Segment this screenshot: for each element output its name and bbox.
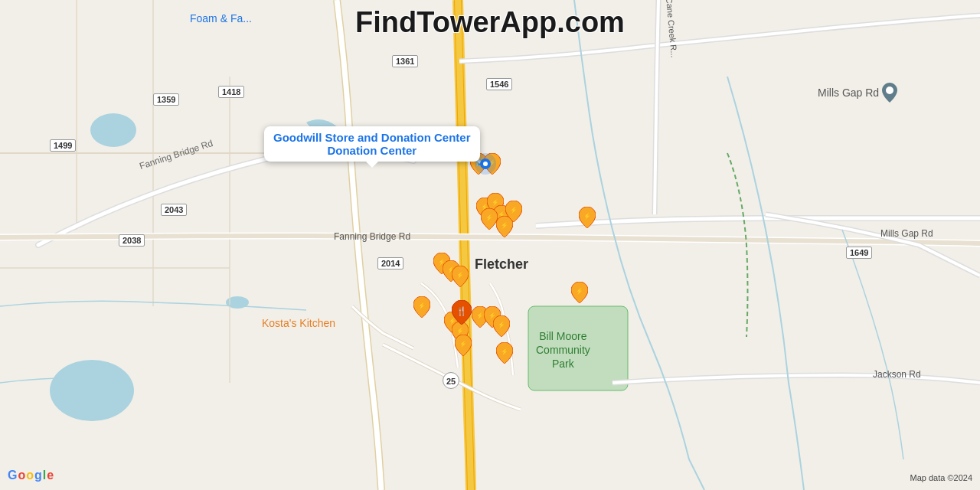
kostas-label[interactable]: Kosta's Kitchen xyxy=(262,317,335,329)
tower-pin-8[interactable]: ⚡ xyxy=(505,201,522,222)
svg-text:⚡: ⚡ xyxy=(485,214,493,221)
wilsonart-label: Mills Gap Rd xyxy=(818,87,879,99)
tower-pin-19[interactable]: ⚡ xyxy=(455,335,472,356)
svg-text:⚡: ⚡ xyxy=(583,212,591,220)
tower-pin-6[interactable]: ⚡ xyxy=(481,208,498,230)
svg-text:🍴: 🍴 xyxy=(456,305,467,316)
bill-moore-line3: Park xyxy=(552,358,574,370)
svg-text:⚡: ⚡ xyxy=(459,340,467,348)
google-g: G xyxy=(8,469,17,482)
foam-fab-label[interactable]: Foam & Fa... xyxy=(190,12,252,24)
tower-pin-21[interactable]: ⚡ xyxy=(413,296,430,318)
map-container: FindTowerApp.com 1361 1546 1359 1418 149… xyxy=(0,0,980,490)
kostas-pin[interactable]: 🍴 xyxy=(452,300,472,325)
bill-moore-line1: Bill Moore xyxy=(539,330,586,342)
road-badge-1499: 1499 xyxy=(50,139,76,152)
svg-text:⚡: ⚡ xyxy=(418,302,426,309)
bill-moore-label: Bill Moore Community Park xyxy=(536,329,590,371)
svg-text:⚡: ⚡ xyxy=(501,221,508,229)
svg-text:⚡: ⚡ xyxy=(510,206,518,214)
svg-text:⚡: ⚡ xyxy=(476,312,484,319)
svg-text:⚡: ⚡ xyxy=(498,321,505,328)
svg-text:⚡: ⚡ xyxy=(576,287,583,295)
tower-pin-20[interactable]: ⚡ xyxy=(496,342,513,364)
site-title: FindTowerApp.com xyxy=(355,6,625,39)
google-o2: o xyxy=(26,469,34,482)
svg-point-10 xyxy=(886,87,893,94)
svg-point-13 xyxy=(483,162,488,166)
road-badge-1418: 1418 xyxy=(218,86,244,98)
tower-pin-16[interactable]: ⚡ xyxy=(493,315,510,337)
road-badge-2043: 2043 xyxy=(161,204,187,216)
road-badge-2014: 2014 xyxy=(377,257,403,270)
fanning-bridge-main-label: Fanning Bridge Rd xyxy=(334,231,410,242)
google-l: l xyxy=(43,469,46,482)
road-badge-1649: 1649 xyxy=(846,247,872,259)
svg-text:⚡: ⚡ xyxy=(456,271,464,279)
google-e: e xyxy=(47,469,54,482)
goodwill-line2: Donation Center xyxy=(273,144,471,157)
tower-pin-13[interactable]: ⚡ xyxy=(452,266,469,287)
bill-moore-line2: Community xyxy=(536,344,590,356)
google-logo: G o o g l e xyxy=(8,469,54,482)
road-badge-1546: 1546 xyxy=(486,78,512,90)
goodwill-bubble[interactable]: Goodwill Store and Donation Center Donat… xyxy=(264,126,480,162)
road-badge-1359: 1359 xyxy=(153,93,179,106)
google-g2: g xyxy=(34,469,42,482)
tower-pin-9[interactable]: ⚡ xyxy=(579,207,596,228)
road-badge-1361: 1361 xyxy=(392,55,418,67)
road-badge-2038: 2038 xyxy=(119,234,145,247)
google-o1: o xyxy=(18,469,25,482)
tower-pin-10[interactable]: ⚡ xyxy=(571,282,588,303)
svg-point-1 xyxy=(50,360,134,421)
wilsonart-pin xyxy=(882,83,897,103)
svg-point-2 xyxy=(90,113,136,147)
mills-gap-label: Mills Gap Rd xyxy=(880,228,933,239)
wilsonart-container[interactable]: Mills Gap Rd xyxy=(818,83,897,103)
fletcher-label: Fletcher xyxy=(475,256,528,273)
map-attribution: Map data ©2024 xyxy=(910,473,973,482)
jackson-label: Jackson Rd xyxy=(873,369,921,380)
svg-text:⚡: ⚡ xyxy=(456,327,464,335)
svg-rect-0 xyxy=(0,0,980,490)
map-svg xyxy=(0,0,980,490)
road-badge-25[interactable]: 25 xyxy=(443,372,459,389)
goodwill-line1: Goodwill Store and Donation Center xyxy=(273,131,471,144)
svg-text:⚡: ⚡ xyxy=(501,348,508,355)
